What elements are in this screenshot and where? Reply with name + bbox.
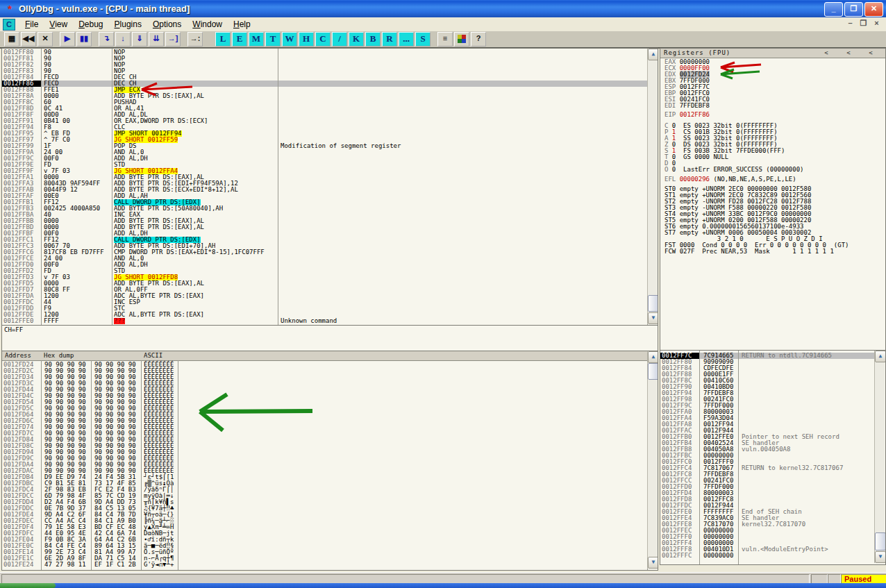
stack-row[interactable]: 0012FF947FFDEBF8 — [660, 390, 874, 396]
pane-button-B[interactable]: B — [365, 32, 381, 47]
menu-item-debug[interactable]: Debug — [73, 18, 108, 31]
stack-row[interactable]: 0012FFA80012FF94 — [660, 421, 874, 428]
stack-row[interactable]: 0012FF84CDFECDFE — [660, 365, 874, 371]
menu-item-file[interactable]: File — [19, 18, 44, 31]
disasm-row[interactable]: 0012FF8290NOP — [2, 62, 647, 68]
stack-row[interactable]: 0012FFD80012FFC8 — [660, 496, 874, 503]
disasm-row[interactable]: 0012FF9EFDSTD — [2, 162, 647, 168]
menu-item-view[interactable]: View — [44, 18, 73, 31]
stack-row[interactable]: 0012FF9C7FFDF000 — [660, 403, 874, 409]
disasm-row[interactable]: 0012FF86FECDDEC CH — [2, 81, 647, 87]
disasm-row[interactable]: 0012FF910B41 00OR EAX,DWORD PTR DS:[ECX] — [2, 118, 647, 124]
disasm-row[interactable]: 0012FFB1FF12CALL DWORD PTR DS:[EDX] — [2, 199, 647, 205]
stack-row[interactable]: 0012FFD480000003 — [660, 490, 874, 496]
pane-button-R[interactable]: R — [382, 32, 397, 47]
stack-row[interactable]: 0012FF9800241FC0 — [660, 396, 874, 403]
disasm-row[interactable]: 0012FF95^ EB FDJMP SHORT 0012FF94 — [2, 131, 647, 137]
stack-row[interactable]: 0012FFE87C817070kernel32.7C817070 — [660, 521, 874, 528]
pane-button-M[interactable]: M — [249, 32, 264, 47]
scroll-down-icon[interactable]: ▼ — [648, 312, 658, 324]
step-over-icon[interactable]: ↓ — [115, 32, 131, 47]
pane-button-L[interactable]: L — [215, 32, 231, 47]
disasm-row[interactable]: 0012FF8C60PUSHAD — [2, 99, 647, 106]
disasm-row[interactable]: 0012FFDC44INC ESP — [2, 299, 647, 305]
disasm-row[interactable]: 0012FFC30067 70ADD BYTE PTR DS:[EDI+70],… — [2, 243, 647, 249]
execute-till-return-icon[interactable]: →] — [165, 32, 181, 47]
disasm-row[interactable]: 0012FFA10000ADD BYTE PTR DS:[EAX],AL — [2, 174, 647, 180]
pane-button-slash[interactable]: / — [332, 32, 347, 47]
stack-row[interactable]: 0012FF8C00410C60 — [660, 378, 874, 384]
menu-item-plugins[interactable]: Plugins — [109, 18, 147, 31]
pane-button-W[interactable]: W — [282, 32, 297, 47]
scroll-down-icon[interactable]: ▼ — [875, 551, 886, 563]
stack-row[interactable]: 0012FFEC00000000 — [660, 528, 874, 534]
menu-item-window[interactable]: Window — [187, 18, 228, 31]
scroll-up-icon[interactable]: ▲ — [648, 351, 658, 363]
disasm-row[interactable]: 0012FFA380043D 9AF594FFADD BYTE PTR DS:[… — [2, 180, 647, 187]
disasm-row[interactable]: 0012FF9A24 00AND AL,0 — [2, 149, 647, 156]
scroll-up-icon[interactable]: ▲ — [875, 351, 886, 362]
pane-button-H[interactable]: H — [299, 32, 314, 47]
disasm-row[interactable]: 0012FFE0FFFF???Unknown command — [2, 318, 647, 324]
cpu-window-icon[interactable]: C — [3, 19, 15, 31]
registers-pane[interactable]: Registers (FPU) < < < EAX 00000000ECX 00… — [660, 48, 886, 351]
disasm-row[interactable]: 0012FF88FFE1JMP ECX — [2, 87, 647, 93]
stack-row[interactable]: 0012FFCC00241FC0 — [660, 478, 874, 484]
restore-button[interactable]: ❐ — [844, 2, 863, 17]
disasm-row[interactable]: 0012FF8190NOP — [2, 56, 647, 62]
disasm-row[interactable]: 0012FFD780C8 FFOR AL,0FF — [2, 287, 647, 293]
stack-row[interactable]: 0012FFD07FFDF000 — [660, 484, 874, 490]
chevron-left-icon[interactable]: < — [866, 49, 876, 57]
disasm-scrollbar[interactable]: ▲ ▼ — [647, 49, 658, 324]
close-program-icon[interactable]: ✕ — [37, 32, 53, 47]
disassembly-pane[interactable]: 0012FF8090NOP0012FF8190NOP0012FF8290NOP0… — [1, 48, 658, 326]
menu-item-help[interactable]: Help — [228, 18, 256, 31]
pause-icon[interactable]: ▮▮ — [76, 32, 92, 47]
mdi-restore-button[interactable]: ❐ — [858, 19, 869, 28]
disasm-row[interactable]: 0012FFBF00F0ADD AL,DH — [2, 230, 647, 237]
pane-button-S[interactable]: S — [415, 32, 431, 47]
disasm-row[interactable]: 0012FFBA40INC EAX — [2, 212, 647, 218]
stack-row[interactable]: 0012FFF000000000 — [660, 534, 874, 540]
pane-button-C[interactable]: C — [315, 32, 331, 47]
disasm-row[interactable]: 0012FF94F8CLC — [2, 124, 647, 131]
disasm-row[interactable]: 0012FFD3v 7F 03JG SHORT 0012FFD8 — [2, 274, 647, 280]
close-button[interactable]: ✕ — [864, 2, 883, 17]
animate-over-icon[interactable]: ⇊ — [149, 32, 164, 47]
disasm-row[interactable]: 0012FF8A0000ADD BYTE PTR DS:[EAX],AL — [2, 93, 647, 99]
disasm-row[interactable]: 0012FF84FECDDEC CH — [2, 74, 647, 81]
disasm-row[interactable]: 0012FFD000F0ADD AL,DH — [2, 262, 647, 268]
mdi-close-button[interactable]: × — [871, 19, 882, 28]
disasm-row[interactable]: 0012FF991FPOP DSModification of segment … — [2, 143, 647, 149]
scroll-down-icon[interactable]: ▼ — [648, 557, 658, 569]
stack-row[interactable]: 0012FFA4F59A3D04 — [660, 415, 874, 421]
run-icon[interactable]: ▶ — [60, 32, 75, 47]
stack-row[interactable]: 0012FFFC00000000 — [660, 553, 874, 559]
disasm-row[interactable]: 0012FFCE24 00AND AL,0 — [2, 255, 647, 262]
disasm-row[interactable]: 0012FFD50000ADD BYTE PTR DS:[EAX],AL — [2, 280, 647, 287]
disasm-row[interactable]: 0012FFAB0044F9 12ADD BYTE PTR DS:[ECX+ED… — [2, 187, 647, 193]
disasm-row[interactable]: 0012FF8090NOP — [2, 49, 647, 56]
appearance-icon[interactable] — [454, 32, 469, 47]
disasm-row[interactable]: 0012FFAF00E0ADD AL,AH — [2, 193, 647, 199]
help-icon[interactable]: ? — [471, 32, 486, 47]
pane-button-dotdotdot[interactable]: ... — [399, 32, 414, 47]
scroll-thumb[interactable] — [875, 532, 886, 551]
title-bar[interactable]: * OllyDbg - vuln.exe - [CPU - main threa… — [0, 0, 886, 17]
disasm-row[interactable]: 0012FFDA1200ADC AL,BYTE PTR DS:[EAX] — [2, 293, 647, 299]
pane-button-K[interactable]: K — [349, 32, 364, 47]
disasm-row[interactable]: 0012FFBD0000ADD BYTE PTR DS:[EAX],AL — [2, 224, 647, 230]
pane-button-E[interactable]: E — [232, 32, 247, 47]
start-button[interactable] — [0, 583, 56, 588]
menu-item-options[interactable]: Options — [147, 18, 187, 31]
disasm-row[interactable]: 0012FF8390NOP — [2, 68, 647, 74]
disasm-row[interactable]: 0012FFBB0000ADD BYTE PTR DS:[EAX],AL — [2, 218, 647, 224]
scroll-thumb[interactable] — [648, 363, 658, 380]
stack-row[interactable]: 0012FF880000E1FF — [660, 371, 874, 378]
pane-button-T[interactable]: T — [265, 32, 281, 47]
disasm-row[interactable]: 0012FFC1FF12CALL DWORD PTR DS:[EDX] — [2, 237, 647, 243]
dump-row[interactable]: 0012FE2447 27 98 11EF 1F C1 2BG'ÿ◄∩▼┴+ — [2, 562, 647, 568]
chevron-left-icon[interactable]: < — [821, 49, 831, 57]
execute-till-user-icon[interactable]: →: — [187, 32, 203, 47]
windows-list-icon[interactable]: ≡ — [437, 32, 453, 47]
